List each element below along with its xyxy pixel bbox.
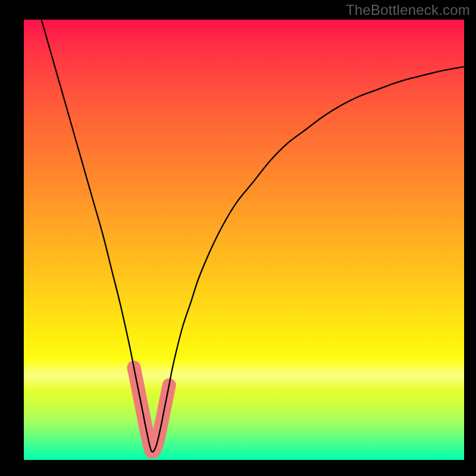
watermark-text: TheBottleneck.com [346,2,470,18]
curve-layer [24,20,464,460]
main-curve-path [42,20,464,452]
chart-frame: TheBottleneck.com [0,0,476,476]
plot-area [24,20,464,460]
